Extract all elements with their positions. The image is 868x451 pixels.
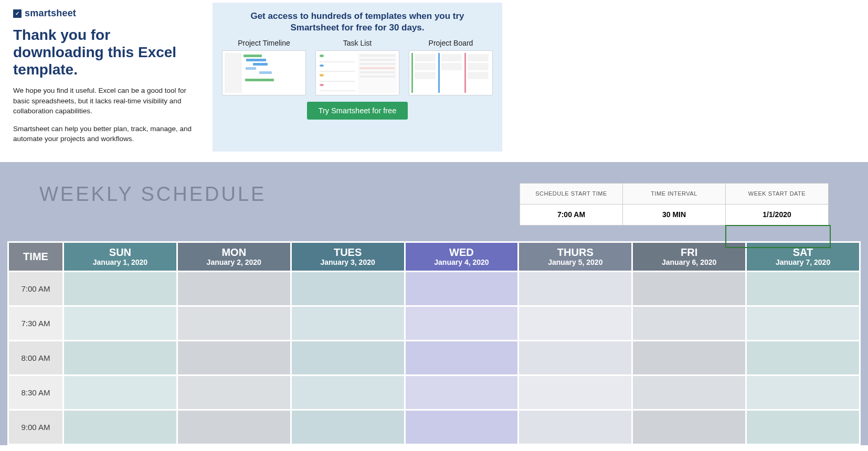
- schedule-cell[interactable]: [63, 271, 177, 306]
- promo-left: ✓ smartsheet Thank you for downloading t…: [13, 3, 197, 152]
- schedule-cell[interactable]: [632, 375, 746, 410]
- promo-paragraph-1: We hope you find it useful. Excel can be…: [13, 85, 197, 116]
- day-date: January 4, 2020: [406, 258, 518, 266]
- param-label-week-start: WEEK START DATE: [726, 183, 829, 204]
- thumb-preview-icon: [222, 50, 306, 95]
- time-cell: 9:00 AM: [8, 410, 63, 444]
- schedule-cell[interactable]: [632, 306, 746, 340]
- time-cell: 8:30 AM: [8, 375, 63, 410]
- logo-text: smartsheet: [25, 8, 76, 19]
- schedule-cell[interactable]: [405, 340, 518, 375]
- day-header-thurs: THURSJanuary 5, 2020: [518, 242, 632, 271]
- promo-headline: Get access to hundreds of templates when…: [237, 10, 478, 34]
- schedule-cell[interactable]: [746, 306, 860, 340]
- schedule-cell[interactable]: [746, 340, 860, 375]
- schedule-cell[interactable]: [405, 306, 518, 340]
- schedule-cell[interactable]: [518, 306, 632, 340]
- day-date: January 5, 2020: [519, 258, 631, 266]
- day-date: January 2, 2020: [178, 258, 290, 266]
- schedule-cell[interactable]: [405, 271, 518, 306]
- schedule-cell[interactable]: [746, 410, 860, 444]
- param-label-interval: TIME INTERVAL: [623, 183, 726, 204]
- schedule-cell[interactable]: [291, 340, 405, 375]
- time-cell: 7:30 AM: [8, 306, 63, 340]
- schedule-cell[interactable]: [177, 271, 291, 306]
- day-date: January 7, 2020: [747, 258, 859, 266]
- schedule-params-table: SCHEDULE START TIME TIME INTERVAL WEEK S…: [520, 183, 829, 225]
- thumb-preview-icon: [315, 50, 399, 95]
- promo-paragraph-2: Smartsheet can help you better plan, tra…: [13, 124, 197, 144]
- param-value-start-time[interactable]: 7:00 AM: [520, 204, 623, 225]
- template-thumbnails: Project Timeline Task List: [222, 39, 493, 95]
- day-name: THURS: [519, 246, 631, 258]
- day-header-wed: WEDJanuary 4, 2020: [405, 242, 518, 271]
- promo-heading: Thank you for downloading this Excel tem…: [13, 26, 197, 78]
- day-name: TUES: [292, 246, 404, 258]
- day-name: SUN: [64, 246, 176, 258]
- day-name: MON: [178, 246, 290, 258]
- day-date: January 3, 2020: [292, 258, 404, 266]
- schedule-cell[interactable]: [518, 375, 632, 410]
- schedule-cell[interactable]: [746, 271, 860, 306]
- schedule-cell[interactable]: [518, 271, 632, 306]
- schedule-grid: TIMESUNJanuary 1, 2020MONJanuary 2, 2020…: [7, 241, 861, 445]
- promo-right: Get access to hundreds of templates when…: [213, 3, 502, 152]
- schedule-region: WEEKLY SCHEDULE SCHEDULE START TIME TIME…: [0, 162, 868, 445]
- schedule-cell[interactable]: [405, 410, 518, 444]
- schedule-cell[interactable]: [291, 410, 405, 444]
- thumb-title: Task List: [315, 39, 399, 47]
- schedule-cell[interactable]: [63, 306, 177, 340]
- time-header: TIME: [8, 242, 63, 271]
- schedule-cell[interactable]: [177, 375, 291, 410]
- thumb-project-timeline[interactable]: Project Timeline: [222, 39, 306, 95]
- thumb-title: Project Timeline: [222, 39, 306, 47]
- schedule-cell[interactable]: [177, 306, 291, 340]
- schedule-cell[interactable]: [291, 271, 405, 306]
- schedule-cell[interactable]: [63, 375, 177, 410]
- thumb-task-list[interactable]: Task List: [315, 39, 399, 95]
- day-date: January 1, 2020: [64, 258, 176, 266]
- schedule-title: WEEKLY SCHEDULE: [39, 183, 266, 206]
- day-header-sat: SATJanuary 7, 2020: [746, 242, 860, 271]
- day-header-tues: TUESJanuary 3, 2020: [291, 242, 405, 271]
- time-cell: 7:00 AM: [8, 271, 63, 306]
- param-value-week-start[interactable]: 1/1/2020: [726, 204, 829, 225]
- thumb-project-board[interactable]: Project Board: [409, 39, 493, 95]
- schedule-top: WEEKLY SCHEDULE SCHEDULE START TIME TIME…: [0, 183, 868, 241]
- day-date: January 6, 2020: [633, 258, 745, 266]
- schedule-cell[interactable]: [632, 410, 746, 444]
- thumb-preview-icon: [409, 50, 493, 95]
- day-header-sun: SUNJanuary 1, 2020: [63, 242, 177, 271]
- promo-banner: ✓ smartsheet Thank you for downloading t…: [0, 0, 868, 154]
- day-name: SAT: [747, 246, 859, 258]
- schedule-cell[interactable]: [746, 375, 860, 410]
- schedule-cell[interactable]: [291, 306, 405, 340]
- schedule-cell[interactable]: [632, 340, 746, 375]
- schedule-cell[interactable]: [405, 375, 518, 410]
- schedule-cell[interactable]: [518, 340, 632, 375]
- time-cell: 8:00 AM: [8, 340, 63, 375]
- schedule-cell[interactable]: [63, 340, 177, 375]
- schedule-cell[interactable]: [518, 410, 632, 444]
- schedule-cell[interactable]: [63, 410, 177, 444]
- thumb-title: Project Board: [409, 39, 493, 47]
- param-label-start-time: SCHEDULE START TIME: [520, 183, 623, 204]
- day-header-fri: FRIJanuary 6, 2020: [632, 242, 746, 271]
- schedule-cell[interactable]: [177, 340, 291, 375]
- try-smartsheet-button[interactable]: Try Smartsheet for free: [307, 102, 408, 120]
- day-name: WED: [406, 246, 518, 258]
- day-header-mon: MONJanuary 2, 2020: [177, 242, 291, 271]
- schedule-cell[interactable]: [177, 410, 291, 444]
- param-value-interval[interactable]: 30 MIN: [623, 204, 726, 225]
- schedule-cell[interactable]: [632, 271, 746, 306]
- logo-mark-icon: ✓: [13, 9, 22, 18]
- smartsheet-logo: ✓ smartsheet: [13, 8, 197, 19]
- schedule-cell[interactable]: [291, 375, 405, 410]
- day-name: FRI: [633, 246, 745, 258]
